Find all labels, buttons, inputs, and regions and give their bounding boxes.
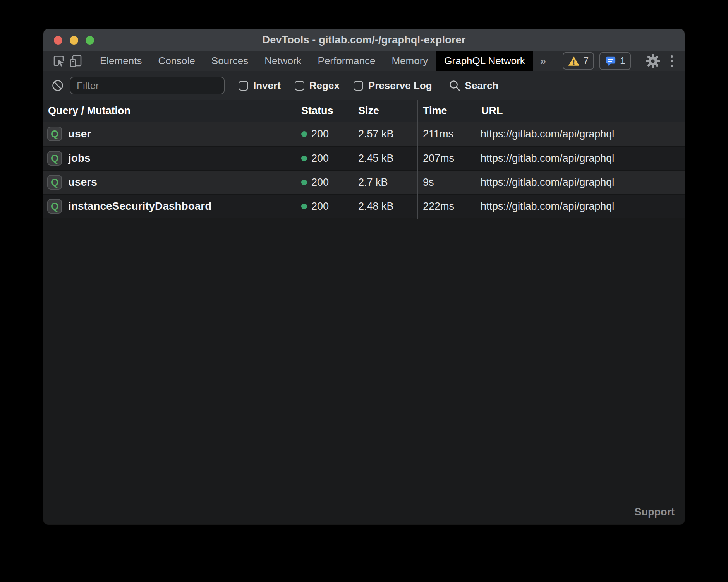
status-code: 200 xyxy=(311,176,329,188)
traffic-lights xyxy=(54,29,94,51)
status-ok-icon xyxy=(301,204,307,209)
block-icon xyxy=(52,79,64,92)
regex-checkbox[interactable] xyxy=(295,81,304,91)
status-ok-icon xyxy=(301,131,307,137)
column-header-status: Status xyxy=(296,100,353,122)
warning-count: 7 xyxy=(583,55,589,67)
table-row[interactable]: Q user 200 2.57 kB 211ms https://gitlab.… xyxy=(43,122,685,146)
tab-performance[interactable]: Performance xyxy=(310,51,384,71)
time-value: 211ms xyxy=(417,122,476,146)
url-value: https://gitlab.com/api/graphql xyxy=(476,195,685,218)
zoom-window-button[interactable] xyxy=(86,36,94,45)
search-label: Search xyxy=(465,80,499,92)
requests-table-header: Query / Mutation Status Size Time URL xyxy=(43,100,685,122)
more-tabs-button[interactable]: » xyxy=(533,51,553,71)
size-value: 2.45 kB xyxy=(353,147,417,170)
url-value: https://gitlab.com/api/graphql xyxy=(476,147,685,170)
tab-console[interactable]: Console xyxy=(150,51,203,71)
kebab-menu-icon xyxy=(671,55,673,58)
search-button[interactable]: Search xyxy=(448,79,499,92)
status-ok-icon xyxy=(301,180,307,185)
tab-memory[interactable]: Memory xyxy=(383,51,436,71)
search-icon xyxy=(448,79,461,92)
status-ok-icon xyxy=(301,156,307,161)
status-code: 200 xyxy=(311,128,329,140)
message-icon xyxy=(605,55,616,67)
time-value: 207ms xyxy=(417,147,476,170)
query-name: user xyxy=(68,128,91,140)
filter-bar: Invert Regex Preserve Log Search xyxy=(43,71,685,100)
query-name: instanceSecurityDashboard xyxy=(68,200,211,212)
table-row[interactable]: Q users 200 2.7 kB 9s https://gitlab.com… xyxy=(43,170,685,194)
query-type-badge: Q xyxy=(47,199,62,214)
status-code: 200 xyxy=(311,200,329,212)
warnings-badge-button[interactable]: 7 xyxy=(563,52,594,70)
url-value: https://gitlab.com/api/graphql xyxy=(476,122,685,146)
query-type-badge: Q xyxy=(47,127,62,141)
preserve-log-label: Preserve Log xyxy=(368,80,432,92)
close-window-button[interactable] xyxy=(54,36,62,45)
table-row[interactable]: Q instanceSecurityDashboard 200 2.48 kB … xyxy=(43,194,685,218)
titlebar: DevTools - gitlab.com/-/graphql-explorer xyxy=(43,29,685,51)
column-header-query-mutation: Query / Mutation xyxy=(43,100,296,122)
query-type-badge: Q xyxy=(47,151,62,166)
query-name: jobs xyxy=(68,152,91,164)
time-value: 9s xyxy=(417,171,476,194)
column-header-time: Time xyxy=(417,100,476,122)
window-title: DevTools - gitlab.com/-/graphql-explorer xyxy=(262,34,465,46)
invert-checkbox-group[interactable]: Invert xyxy=(239,80,281,92)
device-toolbar-icon xyxy=(69,54,83,68)
support-link[interactable]: Support xyxy=(635,506,675,518)
tab-sources[interactable]: Sources xyxy=(203,51,256,71)
time-value: 222ms xyxy=(417,195,476,218)
clear-requests-button[interactable] xyxy=(50,79,66,92)
query-type-badge: Q xyxy=(47,175,62,190)
gear-icon xyxy=(646,54,660,68)
regex-label: Regex xyxy=(309,80,340,92)
size-value: 2.7 kB xyxy=(353,171,417,194)
chevron-double-right-icon: » xyxy=(540,55,546,67)
invert-label: Invert xyxy=(253,80,281,92)
url-value: https://gitlab.com/api/graphql xyxy=(476,171,685,194)
regex-checkbox-group[interactable]: Regex xyxy=(295,80,340,92)
preserve-log-checkbox-group[interactable]: Preserve Log xyxy=(354,80,432,92)
devtools-window: DevTools - gitlab.com/-/graphql-explorer… xyxy=(43,29,685,524)
issues-badge-button[interactable]: 1 xyxy=(599,52,631,70)
tab-network[interactable]: Network xyxy=(256,51,309,71)
invert-checkbox[interactable] xyxy=(239,81,248,91)
query-name: users xyxy=(68,176,97,188)
minimize-window-button[interactable] xyxy=(70,36,78,45)
inspect-element-button[interactable] xyxy=(50,51,67,71)
preserve-log-checkbox[interactable] xyxy=(354,81,363,91)
tab-graphql-network[interactable]: GraphQL Network xyxy=(436,51,533,71)
warning-icon xyxy=(568,56,580,67)
column-header-url: URL xyxy=(476,100,685,122)
filter-input[interactable] xyxy=(70,77,225,94)
column-header-size: Size xyxy=(353,100,417,122)
tab-elements[interactable]: Elements xyxy=(92,51,150,71)
size-value: 2.48 kB xyxy=(353,195,417,218)
devtools-tabbar: Elements Console Sources Network Perform… xyxy=(43,51,685,71)
inspect-icon xyxy=(52,54,66,68)
issues-count: 1 xyxy=(620,55,625,67)
settings-button[interactable] xyxy=(644,54,662,68)
toolbar-divider xyxy=(87,55,87,67)
status-code: 200 xyxy=(311,152,329,164)
device-toolbar-button[interactable] xyxy=(67,51,84,71)
table-row[interactable]: Q jobs 200 2.45 kB 207ms https://gitlab.… xyxy=(43,146,685,170)
devtools-menu-button[interactable] xyxy=(668,55,676,67)
toolbar-right-cluster: 7 1 xyxy=(563,51,685,71)
size-value: 2.57 kB xyxy=(353,122,417,146)
